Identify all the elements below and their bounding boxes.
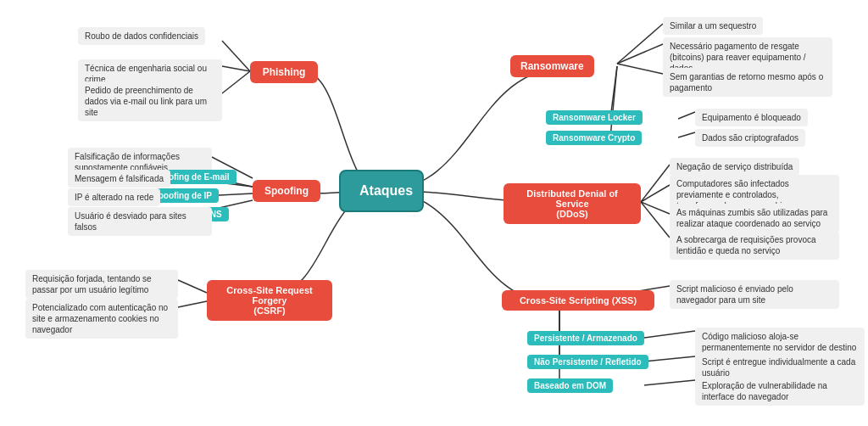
center-label: Ataques: [359, 183, 413, 198]
xss-nao-node: Não Persistente / Refletido: [527, 355, 648, 369]
center-node: Ataques: [339, 170, 424, 212]
svg-line-23: [641, 202, 670, 214]
svg-line-18: [678, 112, 695, 119]
ransomware-leaf-3: Sem garantias de retorno mesmo após o pa…: [663, 68, 832, 97]
csrf-label: Cross-Site Request Forgery(CSRF): [226, 285, 312, 316]
svg-line-19: [610, 66, 617, 137]
spoofing-label: Spoofing: [264, 185, 309, 197]
svg-line-15: [617, 44, 663, 64]
spoofing-node: Spoofing: [253, 180, 320, 202]
spoofing-ip-leaf: IP é alterado na rede: [68, 188, 160, 206]
phishing-leaf-3: Pedido de preenchimento de dados via e-m…: [78, 81, 222, 121]
xss-dom-leaf: Exploração de vulnerabilidade na interfa…: [695, 377, 865, 406]
xss-persistente-node: Persistente / Armazenado: [527, 331, 644, 345]
xss-script-leaf: Script malicioso é enviado pelo navegado…: [670, 280, 839, 309]
ddos-leaf-3: As máquinas zumbis são utilizadas para r…: [670, 204, 839, 233]
phishing-leaf-1: Roubo de dados confidenciais: [78, 27, 205, 45]
csrf-leaf-1: Requisição forjada, tentando se passar p…: [25, 270, 178, 299]
ransomware-locker-node: Ransomware Locker: [546, 110, 643, 125]
xss-node: Cross-Site Scripting (XSS): [502, 290, 654, 311]
svg-line-24: [641, 202, 670, 238]
ddos-node: Distributed Denial of Service(DDoS): [504, 183, 641, 224]
phishing-label: Phishing: [263, 66, 306, 78]
svg-line-14: [617, 24, 663, 64]
ransomware-locker-leaf: Equipamento é bloqueado: [695, 109, 808, 126]
ransomware-label: Ransomware: [520, 60, 584, 72]
phishing-node: Phishing: [250, 61, 318, 83]
svg-line-27: [644, 331, 695, 338]
svg-line-29: [644, 356, 695, 362]
csrf-leaf-2: Potencializado com autenticação no site …: [25, 299, 178, 339]
mindmap: Ataques Phishing Roubo de dados confiden…: [0, 0, 868, 426]
xss-dom-node: Baseado em DOM: [527, 378, 613, 393]
svg-line-21: [641, 165, 670, 202]
csrf-node: Cross-Site Request Forgery(CSRF): [207, 280, 332, 321]
svg-line-2: [222, 71, 250, 93]
ransomware-crypto-leaf: Dados são criptografados: [695, 129, 805, 147]
svg-line-20: [678, 132, 695, 137]
svg-line-16: [617, 64, 663, 74]
xss-persistente-leaf: Código malicioso aloja-se permanentement…: [695, 328, 865, 356]
ddos-label: Distributed Denial of Service(DDoS): [526, 188, 618, 219]
svg-line-22: [641, 185, 670, 202]
svg-line-1: [222, 66, 250, 71]
ddos-leaf-1: Negação de serviço distribuída: [670, 158, 799, 176]
ransomware-node: Ransomware: [510, 55, 594, 77]
svg-line-31: [644, 380, 695, 385]
ransomware-leaf-1: Similar a um sequestro: [663, 17, 763, 35]
xss-label: Cross-Site Scripting (XSS): [520, 295, 637, 305]
ransomware-crypto-node: Ransomware Crypto: [546, 131, 642, 145]
svg-line-12: [178, 280, 207, 293]
ddos-leaf-4: A sobrecarga de requisições provoca lent…: [670, 231, 839, 260]
spoofing-dns-leaf: Usuário é desviado para sites falsos: [68, 207, 212, 236]
spoofing-msg-leaf: Mensagem é falsificada: [68, 170, 170, 188]
svg-line-0: [222, 41, 250, 71]
svg-line-13: [178, 301, 207, 307]
